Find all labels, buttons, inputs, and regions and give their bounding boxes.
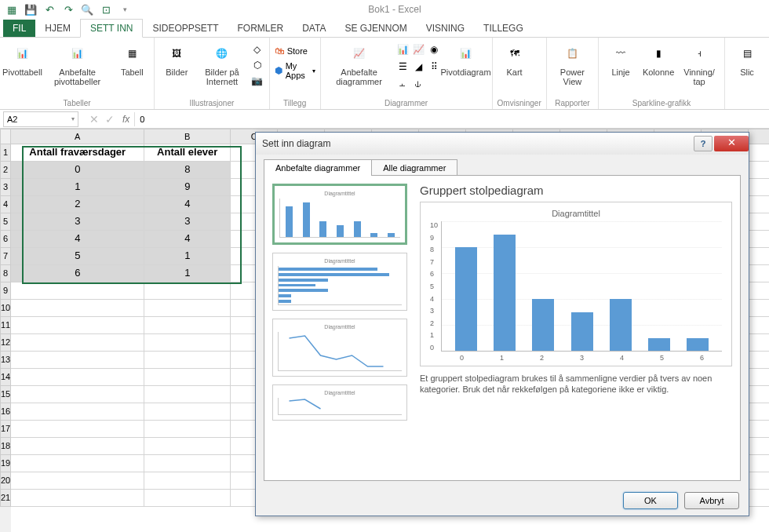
cell[interactable]: 8 <box>144 162 231 179</box>
recommended-charts-button[interactable]: 📈Anbefalte diagrammer <box>326 39 393 88</box>
cell[interactable] <box>11 472 144 490</box>
tab-sett-inn[interactable]: SETT INN <box>80 19 143 38</box>
tab-hjem[interactable]: HJEM <box>35 20 80 37</box>
touch-icon[interactable]: ⊡ <box>97 2 115 17</box>
cell[interactable]: Antall elever <box>144 144 231 162</box>
cell[interactable] <box>749 162 769 179</box>
cell[interactable] <box>749 386 769 403</box>
cell[interactable] <box>144 300 231 317</box>
row-header[interactable]: 4 <box>0 196 11 213</box>
cell[interactable] <box>749 231 769 248</box>
cell[interactable] <box>11 334 144 352</box>
row-header[interactable]: 17 <box>0 421 11 438</box>
my-apps-button[interactable]: ⬢My Apps▾ <box>275 61 315 80</box>
sparkline-line-button[interactable]: 〰Linje <box>603 39 638 78</box>
cell[interactable] <box>144 282 231 300</box>
cell[interactable]: 4 <box>11 231 144 248</box>
cell[interactable] <box>11 455 144 472</box>
save-icon[interactable]: 💾 <box>22 2 39 17</box>
sparkline-winloss-button[interactable]: ⫞Vinning/ tap <box>679 39 720 88</box>
tab-data[interactable]: DATA <box>293 20 335 37</box>
cell[interactable] <box>749 179 769 196</box>
undo-icon[interactable]: ↶ <box>41 2 58 17</box>
cell[interactable]: 6 <box>11 265 144 282</box>
row-header[interactable]: 16 <box>0 403 11 421</box>
row-header[interactable]: 13 <box>0 352 11 369</box>
col-header-a[interactable]: A <box>11 129 144 144</box>
cell[interactable] <box>749 403 769 421</box>
cell[interactable]: Antall fraværsdager <box>11 144 144 162</box>
cell[interactable] <box>144 472 231 490</box>
combo-chart-icon[interactable]: ⫝ <box>411 77 425 91</box>
cell[interactable]: 1 <box>144 265 231 282</box>
scatter-chart-icon[interactable]: ⠿ <box>427 60 441 74</box>
cell[interactable] <box>749 438 769 455</box>
cancel-button[interactable]: Avbryt <box>684 492 739 509</box>
row-header[interactable]: 5 <box>0 213 11 231</box>
row-header[interactable]: 12 <box>0 334 11 352</box>
redo-icon[interactable]: ↷ <box>60 2 77 17</box>
cell[interactable] <box>11 317 144 334</box>
cell[interactable] <box>11 403 144 421</box>
table-button[interactable]: ▦Tabell <box>115 39 149 78</box>
row-header[interactable]: 1 <box>0 144 11 162</box>
cell[interactable] <box>749 490 769 507</box>
cell[interactable] <box>749 248 769 265</box>
cell[interactable] <box>11 282 144 300</box>
cell[interactable]: 1 <box>144 248 231 265</box>
cell[interactable] <box>144 438 231 455</box>
cell[interactable] <box>144 317 231 334</box>
preview-icon[interactable]: 🔍 <box>78 2 96 17</box>
cell[interactable] <box>749 472 769 490</box>
select-all-corner[interactable] <box>0 129 11 144</box>
row-header[interactable]: 10 <box>0 300 11 317</box>
col-header-b[interactable]: B <box>144 129 231 144</box>
cell[interactable] <box>749 213 769 231</box>
cell[interactable]: 9 <box>144 179 231 196</box>
cell[interactable] <box>749 352 769 369</box>
row-header[interactable]: 20 <box>0 472 11 490</box>
cell[interactable] <box>11 300 144 317</box>
row-header[interactable]: 9 <box>0 282 11 300</box>
cell[interactable]: 5 <box>11 248 144 265</box>
tab-formler[interactable]: FORMLER <box>228 20 293 37</box>
tab-se-gjennom[interactable]: SE GJENNOM <box>335 20 416 37</box>
row-header[interactable]: 18 <box>0 438 11 455</box>
cell[interactable] <box>749 282 769 300</box>
thumb-line-2[interactable]: Diagramtittel <box>272 384 407 421</box>
shapes-icon[interactable]: ◇ <box>250 42 264 56</box>
tab-visning[interactable]: VISNING <box>417 20 474 37</box>
cell[interactable]: 4 <box>144 196 231 213</box>
tab-sideoppsett[interactable]: SIDEOPPSETT <box>143 20 228 37</box>
row-header[interactable]: 3 <box>0 179 11 196</box>
cell[interactable]: 3 <box>144 213 231 231</box>
power-view-button[interactable]: 📋Power View <box>552 39 593 88</box>
cell[interactable] <box>749 300 769 317</box>
cell[interactable] <box>749 144 769 162</box>
cell[interactable] <box>144 421 231 438</box>
cell[interactable]: 3 <box>11 213 144 231</box>
row-header[interactable]: 7 <box>0 248 11 265</box>
name-box[interactable]: A2▾ <box>3 111 78 127</box>
tab-file[interactable]: FIL <box>3 20 35 37</box>
cell[interactable] <box>11 490 144 507</box>
cell[interactable] <box>144 403 231 421</box>
cell[interactable] <box>749 265 769 282</box>
cell[interactable] <box>144 369 231 386</box>
cell[interactable]: 0 <box>11 162 144 179</box>
cell[interactable] <box>144 386 231 403</box>
pie-chart-icon[interactable]: ◉ <box>427 42 441 56</box>
store-button[interactable]: 🛍Store <box>275 46 315 56</box>
cell[interactable] <box>11 438 144 455</box>
pivotchart-button[interactable]: 📊Pivotdiagram <box>444 39 487 78</box>
tab-recommended-charts[interactable]: Anbefalte diagrammer <box>264 159 372 176</box>
bar-chart-icon[interactable]: 📊 <box>395 42 410 56</box>
cell[interactable] <box>144 334 231 352</box>
cell[interactable] <box>144 490 231 507</box>
thumb-clustered-bar[interactable]: Diagramtittel <box>272 253 407 311</box>
sparkline-column-button[interactable]: ▮Kolonne <box>641 39 676 78</box>
cell[interactable] <box>749 196 769 213</box>
thumb-line[interactable]: Diagramtittel <box>272 319 407 377</box>
cell[interactable] <box>11 352 144 369</box>
line-chart-icon[interactable]: 📈 <box>411 42 425 56</box>
